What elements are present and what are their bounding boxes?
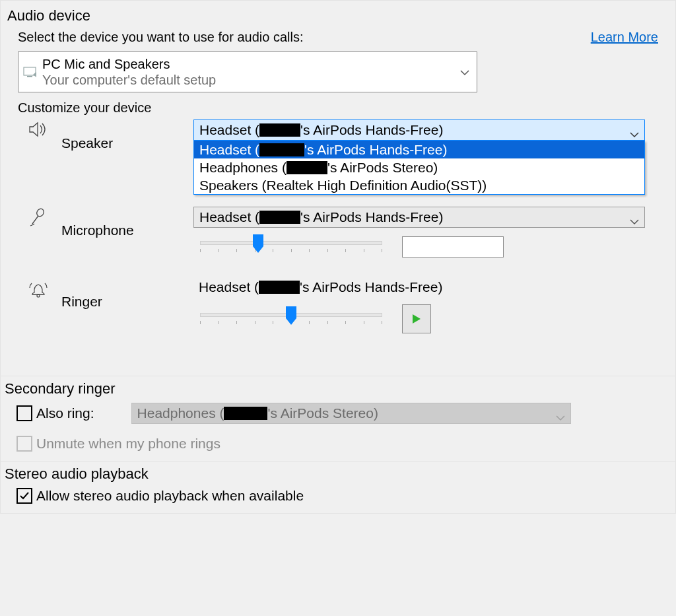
svg-line-3 <box>32 216 38 224</box>
unmute-label: Unmute when my phone rings <box>36 436 220 452</box>
secondary-ringer-select: Headphones ('s AirPods Stereo) <box>131 403 571 424</box>
ringer-level-slider[interactable] <box>200 308 382 330</box>
also-ring-label: Also ring: <box>36 405 94 421</box>
speaker-value: Headset ('s AirPods Hands-Free) <box>199 122 443 137</box>
allow-stereo-label: Allow stereo audio playback when availab… <box>36 488 304 504</box>
speaker-option[interactable]: Headset ('s AirPods Hands-Free) <box>194 141 644 158</box>
audio-device-select[interactable]: PC Mic and Speakers Your computer's defa… <box>18 51 477 92</box>
audio-device-heading: Audio device <box>7 7 671 24</box>
chevron-down-icon <box>556 407 565 427</box>
speaker-icon <box>28 120 61 141</box>
svg-point-2 <box>36 207 46 217</box>
microphone-level-slider[interactable] <box>200 236 382 258</box>
audio-device-name: PC Mic and Speakers <box>42 56 453 72</box>
microphone-icon <box>28 207 61 231</box>
secondary-ringer-value: Headphones ('s AirPods Stereo) <box>137 405 378 421</box>
microphone-level-readout <box>402 236 504 257</box>
audio-device-desc: Your computer's default setup <box>42 72 453 88</box>
device-icon <box>18 65 42 79</box>
svg-rect-1 <box>27 76 32 77</box>
ringer-icon <box>28 278 61 301</box>
chevron-down-icon <box>630 211 639 231</box>
ringer-value: Headset ('s AirPods Hands-Free) <box>193 278 645 296</box>
chevron-down-icon <box>630 124 639 144</box>
chevron-down-icon <box>453 65 477 80</box>
allow-stereo-checkbox[interactable] <box>17 488 32 504</box>
unmute-checkbox <box>17 436 32 452</box>
speaker-label: Speaker <box>61 120 193 151</box>
also-ring-checkbox[interactable] <box>17 405 32 421</box>
secondary-ringer-heading: Secondary ringer <box>5 380 671 397</box>
audio-device-prompt: Select the device you want to use for au… <box>18 30 303 45</box>
stereo-heading: Stereo audio playback <box>5 465 671 483</box>
speaker-select[interactable]: Headset ('s AirPods Hands-Free) <box>193 120 645 141</box>
ringer-label: Ringer <box>61 278 193 310</box>
speaker-dropdown: Headset ('s AirPods Hands-Free) Headphon… <box>193 141 645 195</box>
microphone-label: Microphone <box>61 207 193 238</box>
play-ringer-button[interactable] <box>402 304 431 333</box>
play-icon <box>412 314 421 324</box>
microphone-select[interactable]: Headset ('s AirPods Hands-Free) <box>193 207 645 228</box>
speaker-option[interactable]: Speakers (Realtek High Definition Audio(… <box>194 176 644 194</box>
learn-more-link[interactable]: Learn More <box>591 30 658 45</box>
speaker-option[interactable]: Headphones ('s AirPods Stereo) <box>194 158 644 176</box>
customize-heading: Customize your device <box>18 100 671 116</box>
microphone-value: Headset ('s AirPods Hands-Free) <box>199 209 443 224</box>
